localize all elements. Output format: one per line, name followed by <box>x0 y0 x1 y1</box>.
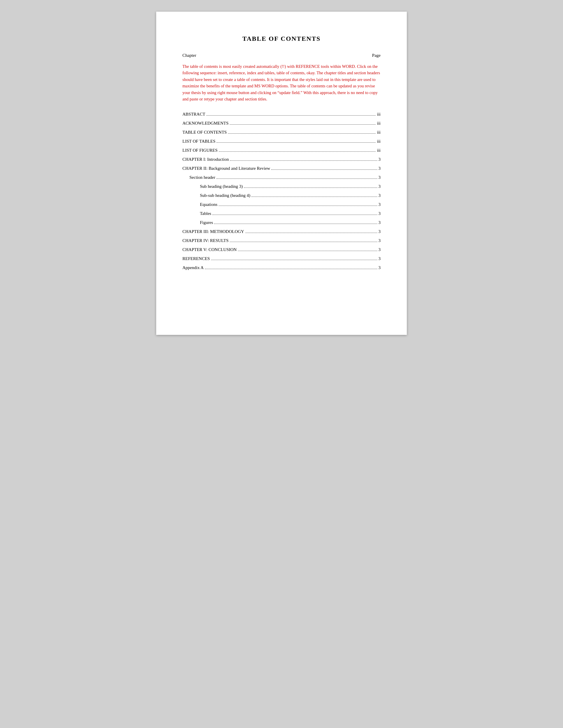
toc-entry-label: CHAPTER IV: RESULTS <box>182 238 228 243</box>
toc-entry: REFERENCES3 <box>182 256 381 261</box>
toc-entry-label: CHAPTER I: Introduction <box>182 157 229 162</box>
toc-entry-page: 3 <box>379 175 381 180</box>
toc-entry-label: REFERENCES <box>182 256 210 261</box>
toc-entry-page: 3 <box>379 193 381 198</box>
toc-entry-page: iii <box>377 148 381 153</box>
page-label: Page <box>372 53 381 58</box>
toc-entry-label: Section header <box>189 175 215 180</box>
toc-entry: Tables3 <box>182 211 381 216</box>
toc-entry-page: iii <box>377 121 381 126</box>
toc-entry-page: 3 <box>379 211 381 216</box>
toc-entry: LIST OF TABLESiii <box>182 139 381 144</box>
toc-entry: Sub-sub heading (heading 4)3 <box>182 193 381 198</box>
toc-entry: CHAPTER V: CONCLUSION3 <box>182 247 381 252</box>
toc-entry-label: LIST OF FIGURES <box>182 148 218 153</box>
toc-entry-page: 3 <box>379 202 381 207</box>
toc-entry-label: Figures <box>200 220 213 225</box>
toc-entry-page: 3 <box>379 229 381 234</box>
toc-dots <box>229 124 376 125</box>
toc-dots <box>214 224 377 224</box>
toc-entry-page: 3 <box>379 256 381 261</box>
toc-entry-page: 3 <box>379 220 381 225</box>
toc-entry-page: 3 <box>379 184 381 189</box>
toc-entry: CHAPTER IV: RESULTS3 <box>182 238 381 243</box>
toc-dots <box>211 260 377 260</box>
toc-dots <box>206 115 376 116</box>
toc-entry-label: CHAPTER V: CONCLUSION <box>182 247 236 252</box>
toc-dots <box>251 197 377 197</box>
toc-dots <box>271 169 377 170</box>
toc-dots <box>230 160 377 161</box>
chapter-label: Chapter <box>182 53 196 58</box>
toc-entry: CHAPTER III: METHODOLOGY3 <box>182 229 381 234</box>
toc-entry-label: Tables <box>200 211 211 216</box>
toc-entry: ABSTRACTiii <box>182 112 381 117</box>
toc-entry: ACKNOWLEDGMENTSiii <box>182 121 381 126</box>
toc-dots <box>228 133 376 134</box>
page: TABLE OF CONTENTS Chapter Page The table… <box>156 12 407 335</box>
toc-entry-page: iii <box>377 130 381 135</box>
toc-dots <box>245 233 377 233</box>
toc-dots <box>229 242 377 242</box>
toc-entry: Figures3 <box>182 220 381 225</box>
toc-entry-page: 3 <box>379 157 381 162</box>
toc-entry: Sub heading (heading 3)3 <box>182 184 381 189</box>
toc-entry-label: Sub-sub heading (heading 4) <box>200 193 250 198</box>
toc-entry: LIST OF FIGURESiii <box>182 148 381 153</box>
toc-entry-page: 3 <box>379 265 381 270</box>
toc-entry-label: LIST OF TABLES <box>182 139 215 144</box>
toc-list: ABSTRACTiiiACKNOWLEDGMENTSiiiTABLE OF CO… <box>182 112 381 270</box>
toc-dots <box>238 251 377 251</box>
page-title: TABLE OF CONTENTS <box>182 35 381 43</box>
toc-entry-label: Equations <box>200 202 217 207</box>
toc-entry: CHAPTER II: Background and Literature Re… <box>182 166 381 171</box>
toc-entry: CHAPTER I: Introduction3 <box>182 157 381 162</box>
toc-entry-label: Appendix A <box>182 265 204 270</box>
toc-dots <box>218 206 377 206</box>
header-row: Chapter Page <box>182 53 381 58</box>
toc-entry-label: CHAPTER III: METHODOLOGY <box>182 229 244 234</box>
instruction-text: The table of contents is most easily cre… <box>182 63 381 103</box>
toc-dots <box>219 151 376 152</box>
toc-entry-label: CHAPTER II: Background and Literature Re… <box>182 166 270 171</box>
toc-dots <box>216 142 376 143</box>
toc-entry: TABLE OF CONTENTSiii <box>182 130 381 135</box>
toc-entry-page: 3 <box>379 247 381 252</box>
toc-entry-label: TABLE OF CONTENTS <box>182 130 227 135</box>
toc-entry: Appendix A3 <box>182 265 381 270</box>
toc-dots <box>212 215 377 215</box>
toc-entry-label: ACKNOWLEDGMENTS <box>182 121 228 126</box>
toc-entry-page: iii <box>377 139 381 144</box>
toc-entry: Equations3 <box>182 202 381 207</box>
toc-entry-page: iii <box>377 112 381 117</box>
toc-entry-page: 3 <box>379 166 381 171</box>
toc-entry-page: 3 <box>379 238 381 243</box>
toc-dots <box>205 269 377 269</box>
toc-entry-label: Sub heading (heading 3) <box>200 184 243 189</box>
toc-entry: Section header3 <box>182 175 381 180</box>
toc-entry-label: ABSTRACT <box>182 112 205 117</box>
